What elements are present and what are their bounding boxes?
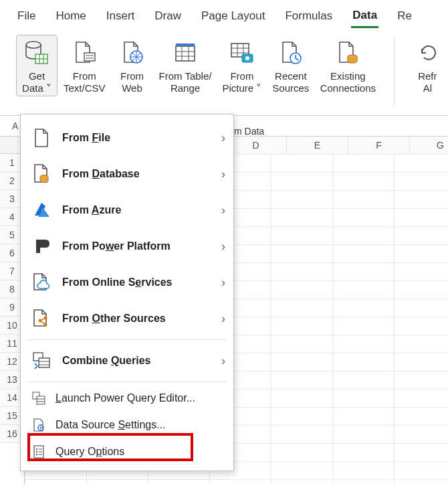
ribbon-tabs: File Home Insert Draw Page Layout Formul… [0, 0, 448, 29]
svg-point-42 [36, 451, 37, 452]
refresh-all-button[interactable]: RefrAl [408, 35, 447, 96]
ribbon: GetData ˅ FromText/CSV [0, 29, 448, 115]
menu-combine-queries[interactable]: Combine Queries › [21, 343, 233, 379]
ribbon-group-get-transform: GetData ˅ FromText/CSV [16, 35, 380, 96]
tab-data[interactable]: Data [351, 2, 378, 28]
file-icon [31, 127, 53, 149]
get-data-menu: From File › From Database › From Azure ›… [20, 114, 234, 471]
from-web-button[interactable]: FromWeb [112, 35, 153, 96]
query-options-icon [31, 444, 46, 459]
picture-table-icon [227, 38, 257, 68]
chevron-down-icon: ˅ [43, 82, 51, 94]
tab-review-cut[interactable]: Re [396, 3, 413, 27]
chevron-right-icon: › [221, 312, 225, 326]
svg-rect-31 [39, 358, 49, 367]
chevron-right-icon: › [221, 354, 225, 368]
col-header[interactable]: E [287, 137, 348, 154]
file-text-icon [70, 38, 99, 68]
tab-insert[interactable]: Insert [105, 3, 136, 27]
menu-launch-power-query-editor[interactable]: Launch Power Query Editor... [21, 385, 233, 412]
menu-query-options[interactable]: Query Options [21, 438, 233, 465]
menu-separator [27, 382, 227, 382]
table-icon [171, 38, 200, 68]
cloud-file-icon [31, 272, 53, 293]
menu-from-file[interactable]: From File › [21, 120, 233, 156]
chevron-right-icon: › [221, 276, 225, 290]
col-header[interactable]: D [225, 137, 287, 154]
tab-draw[interactable]: Draw [153, 3, 183, 27]
svg-point-0 [26, 41, 41, 48]
power-platform-icon [31, 236, 53, 257]
svg-point-43 [36, 454, 37, 455]
globe-file-icon [118, 38, 147, 68]
menu-separator [27, 339, 227, 340]
combine-queries-icon [31, 350, 53, 371]
chevron-right-icon: › [221, 131, 225, 145]
chevron-right-icon: › [221, 167, 225, 181]
menu-from-online-services[interactable]: From Online Services › [21, 264, 233, 301]
ribbon-group-label: m Data [234, 126, 264, 137]
menu-from-azure[interactable]: From Azure › [21, 192, 233, 228]
tab-file[interactable]: File [16, 3, 37, 27]
menu-from-power-platform[interactable]: From Power Platform › [21, 228, 233, 264]
svg-point-41 [36, 448, 37, 450]
get-data-label2: Data [22, 82, 43, 94]
col-header[interactable]: F [348, 137, 410, 154]
get-data-button[interactable]: GetData ˅ [16, 35, 58, 96]
svg-rect-10 [176, 44, 195, 46]
existing-connections-icon [333, 38, 362, 68]
database-file-icon [31, 163, 53, 185]
svg-rect-35 [37, 396, 45, 404]
menu-data-source-settings[interactable]: Data Source Settings... [21, 412, 233, 438]
recent-file-icon [276, 38, 306, 68]
data-source-settings-icon [31, 418, 46, 432]
tab-home[interactable]: Home [54, 3, 87, 27]
svg-rect-9 [176, 46, 195, 61]
recent-sources-button[interactable]: RecentSources [267, 35, 314, 96]
ribbon-separator [394, 37, 395, 104]
col-header[interactable]: G [410, 137, 448, 154]
from-table-range-button[interactable]: From Table/Range [154, 35, 217, 96]
menu-from-other-sources[interactable]: From Other Sources › [21, 301, 233, 337]
tab-formulas[interactable]: Formulas [284, 3, 334, 27]
svg-rect-5 [84, 53, 95, 61]
azure-icon [31, 199, 53, 221]
pq-editor-icon [31, 391, 46, 406]
get-data-label1: Get [29, 70, 45, 82]
other-sources-icon [31, 308, 53, 329]
refresh-icon [413, 38, 442, 68]
database-icon [22, 38, 51, 68]
chevron-down-icon: ˅ [253, 82, 261, 94]
svg-point-39 [40, 427, 42, 429]
svg-point-21 [245, 56, 249, 60]
menu-from-database[interactable]: From Database › [21, 156, 233, 192]
chevron-right-icon: › [221, 240, 225, 254]
chevron-right-icon: › [221, 203, 225, 218]
tab-page-layout[interactable]: Page Layout [200, 3, 266, 27]
from-picture-button[interactable]: FromPicture ˅ [217, 35, 266, 96]
existing-connections-button[interactable]: ExistingConnections [315, 35, 380, 96]
from-text-csv-button[interactable]: FromText/CSV [59, 35, 110, 96]
name-box[interactable]: A [12, 120, 18, 131]
